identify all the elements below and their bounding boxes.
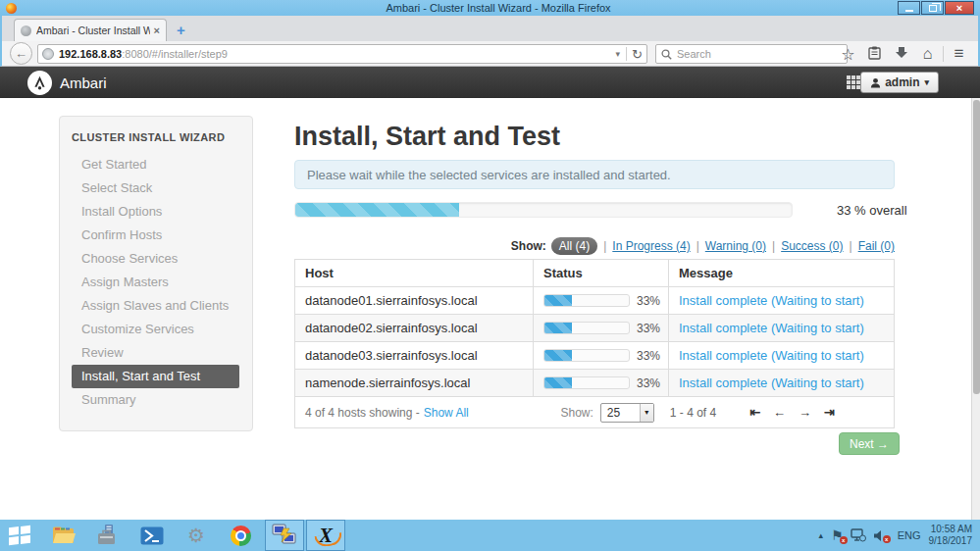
tab-favicon [21, 25, 31, 36]
tab-close-icon[interactable]: × [154, 25, 160, 36]
host-message-link[interactable]: Install complete (Waiting to start) [679, 348, 864, 363]
table-header-row: Host Status Message [295, 260, 894, 286]
host-progress-fill [544, 377, 572, 388]
overall-progress-label: 33 % overall [837, 203, 907, 218]
search-icon [661, 49, 672, 60]
host-progress-label: 33% [637, 294, 660, 308]
file-explorer-button[interactable] [44, 520, 83, 551]
host-progress-bar [543, 376, 630, 389]
clipboard-icon [868, 46, 881, 60]
show-all-link[interactable]: Show All [424, 406, 469, 420]
pager-last-icon[interactable]: ⇥ [824, 405, 835, 420]
browser-tab[interactable]: Ambari - Cluster Install Wizard × [14, 19, 167, 41]
window-title: Ambari - Cluster Install Wizard - Mozill… [17, 0, 980, 16]
network-icon[interactable] [851, 528, 866, 542]
chrome-button[interactable] [221, 520, 260, 551]
host-name: namenode.sierrainfosys.local [295, 370, 534, 396]
admin-label: admin [885, 75, 919, 89]
next-button[interactable]: Next → [839, 432, 900, 455]
address-bar[interactable]: 192.168.8.83 :8080/#/installer/step9 ▾ ↻ [37, 44, 647, 64]
filter-all[interactable]: All (4) [551, 237, 597, 255]
sidebar-item-choose-services[interactable]: Choose Services [60, 247, 252, 271]
filter-fail[interactable]: Fail (0) [858, 239, 895, 253]
firefox-icon [6, 3, 17, 14]
volume-muted-icon[interactable]: x [873, 529, 887, 542]
host-status-cell: 33% [534, 342, 669, 369]
host-progress-label: 33% [637, 376, 660, 390]
sidebar-item-get-started[interactable]: Get Started [60, 153, 252, 176]
clock[interactable]: 10:58 AM 9/18/2017 [929, 524, 973, 547]
search-bar[interactable] [655, 44, 848, 64]
sidebar-item-confirm-hosts[interactable]: Confirm Hosts [60, 224, 252, 247]
bookmark-star-icon[interactable]: ☆ [835, 45, 861, 64]
remote-session-button[interactable] [265, 520, 304, 551]
brand-name[interactable]: Ambari [60, 75, 107, 91]
filter-success[interactable]: Success (0) [781, 239, 843, 253]
column-header-message: Message [669, 260, 894, 286]
action-center-flag-icon[interactable]: ⚑ x [831, 527, 844, 543]
sidebar-item-review[interactable]: Review [60, 341, 252, 365]
host-message-link[interactable]: Install complete (Waiting to start) [679, 321, 864, 335]
settings-button[interactable]: ⚙ [177, 520, 216, 551]
start-button[interactable] [0, 520, 39, 551]
host-progress-fill [544, 295, 572, 306]
sidebar-item-assign-masters[interactable]: Assign Masters [60, 271, 252, 294]
os-taskbar: ⚙ X ▴ ⚑ x [0, 520, 980, 551]
xming-button[interactable]: X [306, 520, 345, 551]
back-button[interactable]: ← [10, 42, 32, 65]
filter-separator [850, 239, 852, 253]
server-manager-icon [96, 525, 120, 546]
host-message-link[interactable]: Install complete (Waiting to start) [679, 293, 864, 308]
tray-expand-icon[interactable]: ▴ [819, 530, 824, 540]
filter-separator [696, 239, 699, 253]
powershell-button[interactable] [132, 520, 172, 551]
menu-hamburger-icon[interactable]: ≡ [946, 44, 972, 64]
language-indicator[interactable]: ENG [898, 529, 921, 541]
downloads-button[interactable] [888, 46, 914, 63]
close-button[interactable]: × [945, 1, 974, 15]
powershell-icon [140, 526, 164, 545]
pager-prev-icon[interactable]: ← [773, 405, 786, 420]
sidebar-item-customize-services[interactable]: Customize Services [60, 318, 252, 341]
pager-next-icon[interactable]: → [799, 405, 811, 420]
page-size-select[interactable]: 25 ▾ [600, 403, 654, 423]
host-progress-bar [543, 294, 630, 307]
status-filter-bar: Show: All (4) In Progress (4) Warning (0… [294, 236, 895, 256]
new-tab-button[interactable]: + [177, 23, 185, 37]
tab-title: Ambari - Cluster Install Wizard [36, 25, 150, 36]
apps-grid-icon[interactable] [847, 75, 860, 89]
sidebar-item-assign-slaves-and-clients[interactable]: Assign Slaves and Clients [60, 294, 252, 318]
search-input[interactable] [677, 48, 842, 60]
app-header: Ambari admin ▾ [0, 67, 980, 98]
url-dropdown-icon[interactable]: ▾ [616, 49, 621, 59]
column-header-status: Status [534, 260, 669, 286]
minimize-button[interactable] [898, 1, 920, 15]
ambari-logo-glyph [31, 75, 48, 91]
reload-icon[interactable]: ↻ [632, 47, 643, 62]
host-message-link[interactable]: Install complete (Waiting to start) [679, 376, 864, 390]
table-footer: 4 of 4 hosts showing - Show All Show: 25… [295, 396, 894, 427]
admin-menu-button[interactable]: admin ▾ [860, 72, 939, 93]
sidebar-item-select-stack[interactable]: Select Stack [60, 176, 252, 200]
bookmarks-menu-icon[interactable] [861, 46, 888, 63]
filter-in-progress[interactable]: In Progress (4) [612, 239, 690, 253]
sidebar-item-install-options[interactable]: Install Options [60, 200, 252, 224]
server-manager-button[interactable] [88, 520, 128, 551]
filter-separator [603, 239, 606, 253]
url-path: :8080/#/installer/step9 [122, 48, 228, 60]
scrollbar-thumb[interactable] [973, 100, 980, 394]
table-row: datanode03.sierrainfosys.local 33% Insta… [295, 341, 894, 369]
table-row: datanode01.sierrainfosys.local 33% Insta… [295, 286, 894, 314]
home-icon[interactable]: ⌂ [914, 45, 941, 63]
chevron-down-icon: ▾ [924, 77, 929, 87]
browser-toolbar: ← 192.168.8.83 :8080/#/installer/step9 ▾… [0, 41, 980, 67]
sidebar-item-summary[interactable]: Summary [60, 388, 252, 412]
host-progress-label: 33% [637, 349, 660, 363]
restore-button[interactable] [921, 1, 944, 15]
filter-warning[interactable]: Warning (0) [705, 239, 766, 253]
scrollbar-track[interactable] [971, 98, 980, 520]
sidebar-item-install-start-and-test[interactable]: Install, Start and Test [72, 365, 239, 388]
chrome-icon [231, 526, 251, 546]
wizard-sidebar: CLUSTER INSTALL WIZARD Get Started Selec… [59, 116, 253, 431]
pager-first-icon[interactable]: ⇤ [749, 405, 760, 420]
